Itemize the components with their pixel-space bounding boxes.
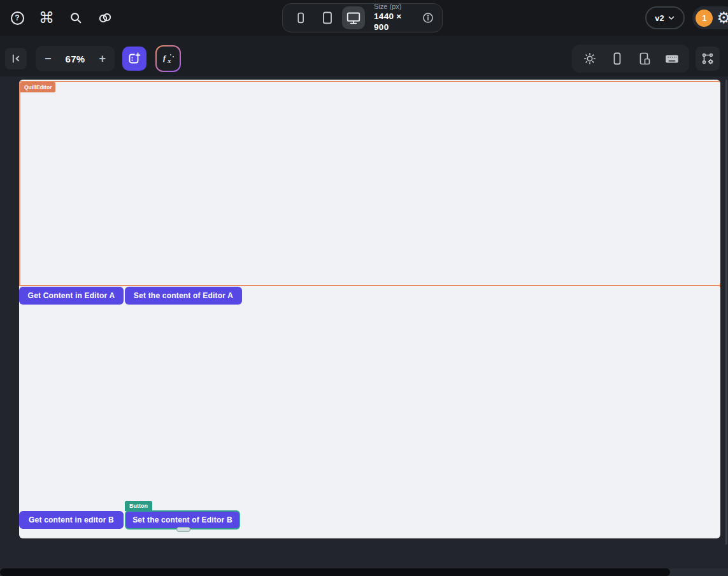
link-icon — [97, 10, 113, 25]
tablet-icon — [320, 10, 335, 25]
zoom-in-button[interactable]: + — [99, 53, 106, 64]
size-readout: Size (px) 1440 × 900 — [374, 3, 417, 33]
viewport-size-control: Size (px) 1440 × 900 — [282, 3, 443, 32]
phone-preview-button[interactable] — [609, 50, 625, 67]
preview-tools-group — [572, 45, 689, 73]
vector-settings-icon — [701, 52, 715, 66]
chevron-down-icon — [667, 13, 676, 22]
topbar-left-icons: ? ⌘ — [9, 0, 113, 36]
publish-settings-pill[interactable]: 1 ⚙ — [692, 6, 728, 29]
canvas-area: QuillEditor Get Content in Editor A Set … — [0, 76, 728, 576]
device-tablet-button[interactable] — [316, 6, 339, 29]
theme-sun-icon — [583, 52, 597, 66]
canvas-toolbar: − 67% + ƒ x — [0, 36, 728, 76]
quill-editor-a-selection[interactable]: QuillEditor — [19, 81, 720, 286]
topbar-right: v2 1 ⚙ — [645, 6, 728, 29]
zoom-out-button[interactable]: − — [45, 53, 52, 64]
mobile-icon — [294, 11, 308, 25]
zoom-level: 67% — [66, 54, 85, 64]
resize-handle-icon[interactable] — [720, 283, 720, 287]
app-window: ? ⌘ — [0, 0, 728, 576]
collapse-panel-button[interactable] — [5, 48, 27, 69]
selection-drag-handle[interactable] — [176, 527, 190, 532]
device-mobile-button[interactable] — [289, 6, 312, 29]
help-icon: ? — [11, 11, 24, 25]
formula-icon: ƒ x — [161, 51, 176, 66]
keyboard-button[interactable] — [664, 50, 680, 67]
set-content-editor-a-button[interactable]: Set the content of Editor A — [125, 287, 242, 305]
component-settings-button[interactable] — [696, 47, 720, 71]
version-label: v2 — [655, 13, 664, 23]
search-button[interactable] — [68, 10, 84, 26]
phone-preview-icon — [610, 51, 625, 66]
breakpoints-button[interactable] — [636, 50, 653, 67]
formula-mode-button[interactable]: ƒ x — [155, 45, 181, 72]
shortcuts-button[interactable]: ⌘ — [38, 10, 55, 26]
search-icon — [69, 11, 83, 25]
keyboard-icon — [664, 50, 680, 67]
add-element-button[interactable] — [122, 47, 146, 71]
desktop-icon — [345, 10, 362, 26]
top-bar: ? ⌘ — [0, 0, 728, 36]
zoom-control: − 67% + — [36, 46, 115, 71]
panels-icon — [637, 51, 652, 66]
help-button[interactable]: ? — [9, 10, 25, 26]
info-icon — [422, 11, 434, 24]
element-tag-quilleditor: QuillEditor — [20, 82, 55, 92]
size-value: 1440 × 900 — [374, 11, 417, 33]
notification-badge: 1 — [696, 10, 713, 27]
svg-text:ƒ: ƒ — [162, 53, 167, 62]
horizontal-scrollbar-thumb[interactable] — [0, 568, 670, 576]
svg-text:x: x — [167, 57, 171, 64]
gear-icon: ⚙ — [717, 10, 728, 25]
page-canvas[interactable]: QuillEditor Get Content in Editor A Set … — [19, 80, 720, 538]
size-info-button[interactable] — [420, 10, 436, 26]
horizontal-scrollbar-track[interactable] — [0, 568, 728, 576]
theme-toggle-button[interactable] — [582, 50, 598, 67]
device-desktop-button[interactable] — [342, 6, 365, 29]
link-button[interactable] — [97, 10, 113, 26]
add-element-icon — [127, 51, 142, 66]
command-icon: ⌘ — [39, 10, 54, 25]
get-content-editor-b-button[interactable]: Get content in editor B — [19, 511, 124, 529]
vertical-scrollbar[interactable] — [725, 80, 727, 545]
version-dropdown[interactable]: v2 — [645, 6, 685, 29]
size-label: Size (px) — [374, 3, 417, 11]
get-content-editor-a-button[interactable]: Get Content in Editor A — [19, 287, 124, 305]
collapse-panel-icon — [10, 52, 22, 65]
element-tag-button: Button — [125, 501, 152, 511]
